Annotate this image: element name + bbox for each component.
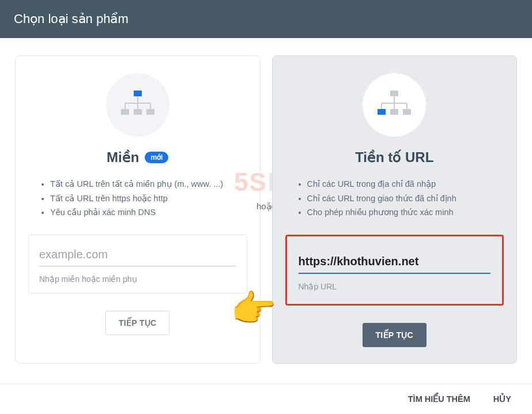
url-prefix-title: Tiền tố URL	[355, 149, 433, 165]
svg-rect-0	[134, 91, 142, 96]
domain-helper-text: Nhập miền hoặc miền phụ	[39, 274, 236, 284]
svg-rect-17	[403, 109, 411, 115]
list-item: Chỉ các URL trong địa chỉ đã nhập	[307, 177, 504, 191]
domain-bullets: Tất cả URL trên tất cả miền phụ (m., www…	[28, 177, 247, 220]
url-prefix-bullets: Chỉ các URL trong địa chỉ đã nhập Chỉ cá…	[285, 177, 504, 220]
url-prefix-helper-text: Nhập URL	[299, 282, 491, 291]
list-item: Tất cả URL trên https hoặc http	[50, 191, 247, 206]
learn-more-link[interactable]: TÌM HIỂU THÊM	[408, 394, 470, 404]
dialog-footer: TÌM HIỂU THÊM HỦY	[0, 383, 532, 414]
property-type-url-prefix-card[interactable]: Tiền tố URL Chỉ các URL trong địa chỉ đã…	[272, 55, 518, 364]
property-type-domain-card[interactable]: Miền mới Tất cả URL trên tất cả miền phụ…	[15, 55, 261, 364]
domain-input-box: Nhập miền hoặc miền phụ	[28, 235, 247, 293]
list-item: Cho phép nhiều phương thức xác minh	[307, 205, 504, 220]
svg-rect-7	[134, 109, 142, 115]
domain-input[interactable]	[39, 246, 236, 266]
domain-title-row: Miền mới	[107, 149, 168, 165]
svg-rect-15	[378, 109, 386, 115]
url-prefix-input-box: Nhập URL	[285, 235, 504, 306]
domain-icon	[106, 73, 169, 137]
url-prefix-input[interactable]	[299, 253, 491, 274]
cancel-button[interactable]: HỦY	[493, 394, 511, 404]
url-prefix-icon	[363, 73, 426, 137]
domain-title: Miền	[107, 149, 139, 165]
svg-rect-9	[390, 91, 398, 96]
dialog-body: 5SMEDIA .net Miền mới Tất cả URL trên tấ…	[0, 38, 532, 375]
svg-rect-6	[121, 109, 129, 115]
domain-continue-button[interactable]: TIẾP TỤC	[105, 311, 169, 335]
list-item: Yêu cầu phải xác minh DNS	[50, 205, 247, 220]
svg-rect-8	[146, 109, 154, 115]
new-badge: mới	[145, 152, 168, 163]
list-item: Tất cả URL trên tất cả miền phụ (m., www…	[50, 177, 247, 191]
dialog-title: Chọn loại sản phẩm	[14, 12, 129, 26]
url-prefix-title-row: Tiền tố URL	[355, 149, 433, 165]
svg-rect-16	[390, 109, 398, 115]
dialog-header: Chọn loại sản phẩm	[0, 0, 532, 38]
url-prefix-continue-button[interactable]: TIẾP TỤC	[363, 323, 427, 347]
list-item: Chỉ các URL trong giao thức đã chỉ định	[307, 191, 504, 206]
